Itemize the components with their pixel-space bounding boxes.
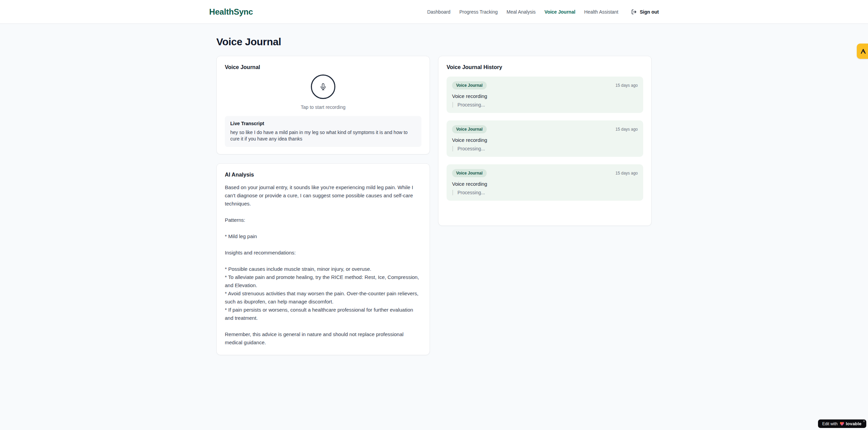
history-list: Voice Journal 15 days ago Voice recordin… <box>447 77 643 201</box>
entry-type-badge: Voice Journal <box>452 169 487 177</box>
entry-label: Voice recording <box>452 137 638 143</box>
record-button[interactable] <box>311 75 335 99</box>
microphone-icon <box>319 83 327 90</box>
lovable-logo-icon <box>860 48 867 55</box>
entry-header: Voice Journal 15 days ago <box>452 169 638 177</box>
history-entry[interactable]: Voice Journal 15 days ago Voice recordin… <box>447 120 643 157</box>
live-transcript-box: Live Transcript hey so like I do have a … <box>225 116 421 147</box>
lovable-brand-label: lovable <box>846 421 862 426</box>
content-grid: Voice Journal Tap to start recordin <box>216 56 652 355</box>
live-transcript-text: hey so like I do have a mild pain in my … <box>230 129 416 142</box>
entry-timestamp: 15 days ago <box>616 83 638 88</box>
top-navbar: HealthSync Dashboard Progress Tracking M… <box>0 0 868 24</box>
sign-out-label: Sign out <box>640 9 659 15</box>
nav-item-voice-journal[interactable]: Voice Journal <box>545 9 575 15</box>
history-entry[interactable]: Voice Journal 15 days ago Voice recordin… <box>447 77 643 113</box>
voice-journal-history-card: Voice Journal History Voice Journal 15 d… <box>438 56 652 226</box>
edit-with-lovable-badge[interactable]: Edit with lovable × <box>818 419 866 428</box>
sign-out-button[interactable]: Sign out <box>631 9 659 15</box>
entry-processing-status: Processing... <box>452 102 638 108</box>
main-content: Voice Journal Voice Journal <box>216 24 652 355</box>
history-entry[interactable]: Voice Journal 15 days ago Voice recordin… <box>447 164 643 201</box>
history-card-title: Voice Journal History <box>447 64 643 70</box>
app-logo[interactable]: HealthSync <box>209 7 253 17</box>
logout-icon <box>631 9 640 15</box>
nav-item-health-assistant[interactable]: Health Assistant <box>584 9 618 15</box>
ai-analysis-card: AI Analysis Based on your journal entry,… <box>216 163 430 355</box>
voice-recorder-card: Voice Journal Tap to start recordin <box>216 56 430 154</box>
live-transcript-title: Live Transcript <box>230 121 416 126</box>
main-nav: Dashboard Progress Tracking Meal Analysi… <box>418 9 659 15</box>
ai-analysis-title: AI Analysis <box>225 172 421 178</box>
entry-label: Voice recording <box>452 93 638 99</box>
tap-to-record-hint: Tap to start recording <box>301 104 346 110</box>
entry-timestamp: 15 days ago <box>616 127 638 132</box>
nav-item-progress-tracking[interactable]: Progress Tracking <box>459 9 498 15</box>
entry-header: Voice Journal 15 days ago <box>452 81 638 89</box>
entry-type-badge: Voice Journal <box>452 81 487 89</box>
close-icon[interactable]: × <box>863 420 865 423</box>
entry-label: Voice recording <box>452 181 638 187</box>
page-title: Voice Journal <box>216 36 652 48</box>
nav-item-meal-analysis[interactable]: Meal Analysis <box>506 9 536 15</box>
nav-item-dashboard[interactable]: Dashboard <box>427 9 451 15</box>
entry-timestamp: 15 days ago <box>616 171 638 176</box>
navbar-inner: HealthSync Dashboard Progress Tracking M… <box>209 7 659 17</box>
mic-area: Tap to start recording <box>225 75 421 110</box>
ai-analysis-body: Based on your journal entry, it sounds l… <box>225 183 421 347</box>
heart-icon <box>840 422 844 426</box>
recorder-card-title: Voice Journal <box>225 64 421 70</box>
entry-type-badge: Voice Journal <box>452 125 487 133</box>
entry-processing-status: Processing... <box>452 146 638 151</box>
right-column: Voice Journal History Voice Journal 15 d… <box>438 56 652 226</box>
lovable-side-tab[interactable] <box>857 44 868 59</box>
entry-header: Voice Journal 15 days ago <box>452 125 638 133</box>
edit-with-label: Edit with <box>822 421 837 426</box>
left-column: Voice Journal Tap to start recordin <box>216 56 430 355</box>
entry-processing-status: Processing... <box>452 190 638 195</box>
